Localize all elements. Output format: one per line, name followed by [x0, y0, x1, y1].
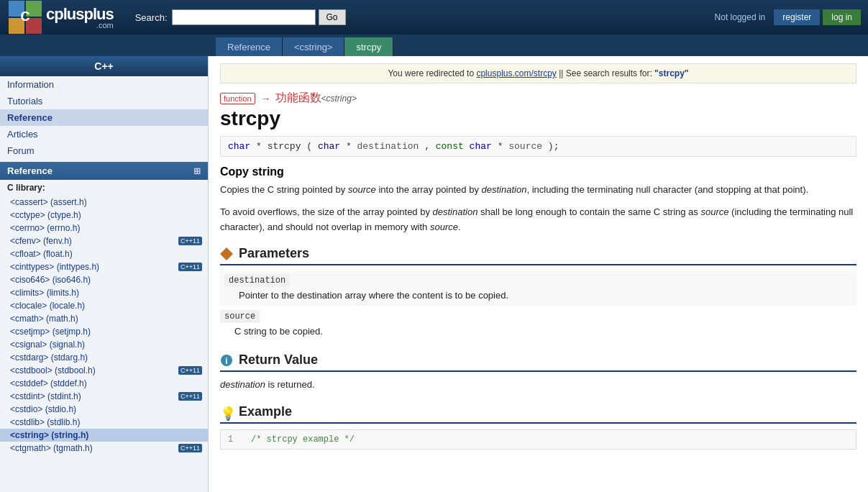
cstring-badge: <cstring> [321, 94, 357, 104]
svg-text:C: C [21, 9, 30, 24]
sidebar-lib-item[interactable]: <cctype> (ctype.h) [0, 209, 208, 222]
redirect-notice: You were redirected to cplusplus.com/str… [220, 63, 856, 83]
cpp11-badge: C++11 [178, 263, 202, 271]
search-input[interactable] [172, 9, 316, 25]
sidebar-lib-item[interactable]: <cstdio> (stdio.h) [0, 403, 208, 416]
code-comment-1: /* strcpy example */ [251, 434, 355, 445]
sidebar-lib-label: <cstdint> (stdint.h) [10, 391, 81, 401]
sidebar-lib-item[interactable]: <cerrno> (errno.h) [0, 222, 208, 234]
sidebar-lib-label: <ctgmath> (tgmath.h) [10, 443, 93, 453]
param-name-source: source [220, 310, 260, 323]
sidebar-lib-label: <cctype> (ctype.h) [10, 210, 81, 220]
svg-marker-5 [220, 247, 233, 260]
sidebar-lib-item[interactable]: <cstddef> (stddef.h) [0, 377, 208, 390]
sidebar-reference-header: Reference ⊞ [0, 162, 208, 180]
sidebar-nav-tutorials[interactable]: Tutorials [0, 93, 208, 109]
example-section-header: 💡 Example [220, 404, 856, 424]
sidebar-lib-item[interactable]: <clocale> (locale.h) [0, 299, 208, 312]
register-button[interactable]: register [774, 9, 820, 25]
sidebar-lib-item[interactable]: <climits> (limits.h) [0, 286, 208, 299]
sidebar-lib: C library: <cassert> (assert.h)<cctype> … [0, 180, 208, 455]
sidebar-lib-label: <csignal> (signal.h) [10, 340, 85, 350]
arrow-icon: → [261, 93, 271, 104]
sidebar-lib-item[interactable]: <cinttypes> (inttypes.h)C++11 [0, 260, 208, 273]
parameters-title: Parameters [239, 246, 309, 261]
go-button[interactable]: Go [319, 9, 346, 25]
sidebar-cpp-header: C++ [0, 56, 208, 76]
sidebar-lib-label: <cassert> (assert.h) [10, 197, 87, 207]
return-icon: i [220, 354, 233, 367]
param-name-destination: destination [224, 274, 290, 287]
nav-tab-reference[interactable]: Reference [216, 37, 283, 56]
params-area: destination Pointer to the destination a… [220, 271, 856, 341]
sidebar-lib-label: <cstdarg> (stdarg.h) [10, 352, 88, 363]
redirect-link[interactable]: cplusplus.com/strcpy [476, 68, 556, 78]
example-title: Example [239, 404, 292, 419]
redirect-text-before: You were redirected to [388, 68, 476, 78]
search-area: Search: Go [135, 9, 715, 25]
sidebar-lib-item[interactable]: <cstring> (string.h) [0, 429, 208, 442]
nav-tab-strcpy[interactable]: strcpy [344, 37, 393, 56]
sidebar-lib-label: <cinttypes> (inttypes.h) [10, 262, 99, 272]
return-text: destination is returned. [220, 378, 856, 393]
cpp11-badge: C++11 [178, 392, 202, 401]
expand-icon[interactable]: ⊞ [193, 166, 201, 176]
param-row-destination: destination Pointer to the destination a… [220, 271, 856, 306]
sidebar-lib-item[interactable]: <cstdbool> (stdbool.h)C++11 [0, 364, 208, 377]
sidebar-lib-item[interactable]: <cstdarg> (stdarg.h) [0, 351, 208, 364]
parameters-section-header: Parameters [220, 246, 856, 265]
main-layout: C++ InformationTutorialsReferenceArticle… [0, 56, 868, 492]
function-signature: char * strcpy ( char * destination , con… [220, 136, 856, 157]
not-logged-text: Not logged in [715, 12, 766, 22]
sidebar-lib-item[interactable]: <cstdlib> (stdlib.h) [0, 416, 208, 429]
sig-const: const [436, 141, 464, 152]
sig-close: ); [548, 141, 559, 152]
sidebar-lib-label: <cstdlib> (stdlib.h) [10, 417, 80, 427]
sig-comma: , [424, 141, 436, 152]
function-label-area: function → 功能函数 <cstring> [220, 91, 856, 106]
sidebar-nav-articles[interactable]: Articles [0, 126, 208, 142]
sidebar-nav-information[interactable]: Information [0, 76, 208, 93]
sidebar-lib-item[interactable]: <cfloat> (float.h) [0, 247, 208, 260]
sidebar-lib-item[interactable]: <cstdint> (stdint.h)C++11 [0, 390, 208, 403]
sidebar-lib-item[interactable]: <csignal> (signal.h) [0, 338, 208, 351]
sidebar-lib-item[interactable]: <ciso646> (iso646.h) [0, 273, 208, 286]
logo-area: C cplusplus .com [7, 0, 114, 35]
sidebar-lib-label: <cstdbool> (stdbool.h) [10, 365, 96, 375]
c-library-header: C library: [0, 180, 208, 196]
parameters-icon [220, 247, 233, 260]
sidebar-lib-item[interactable]: <cassert> (assert.h) [0, 196, 208, 209]
param-desc-destination: Pointer to the destination array where t… [224, 288, 852, 303]
sidebar-lib-label: <clocale> (locale.h) [10, 301, 85, 311]
search-label: Search: [135, 12, 168, 23]
function-name: strcpy [220, 107, 856, 130]
sig-dest: destination [357, 141, 419, 152]
login-button[interactable]: log in [823, 9, 861, 25]
description-2: To avoid overflows, the size of the arra… [220, 205, 856, 235]
sidebar-lib-item[interactable]: <ctgmath> (tgmath.h)C++11 [0, 442, 208, 455]
sig-open: ( [306, 141, 318, 152]
sidebar-nav: InformationTutorialsReferenceArticlesFor… [0, 76, 208, 159]
sidebar-lib-label: <cfloat> (float.h) [10, 249, 73, 259]
sidebar-lib-label: <cstring> (string.h) [10, 430, 88, 440]
sidebar-lib-label: <ciso646> (iso646.h) [10, 275, 91, 285]
return-title: Return Value [239, 352, 318, 368]
sidebar-lib-item[interactable]: <csetjmp> (setjmp.h) [0, 325, 208, 338]
sidebar: C++ InformationTutorialsReferenceArticle… [0, 56, 209, 492]
sig-star2: * [346, 141, 357, 152]
function-tag: function [220, 93, 255, 104]
logo-icon: C [7, 0, 43, 35]
auth-area: Not logged in register log in [715, 9, 861, 25]
sidebar-lib-item[interactable]: <cfenv> (fenv.h)C++11 [0, 234, 208, 247]
sig-char: char [228, 141, 250, 152]
redirect-search: "strcpy" [654, 68, 688, 78]
code-block: 1 /* strcpy example */ [220, 429, 856, 450]
sidebar-nav-reference[interactable]: Reference [0, 109, 208, 126]
sidebar-lib-label: <cmath> (math.h) [10, 314, 78, 324]
sig-funcname: strcpy [268, 141, 301, 152]
nav-tab-cstring[interactable]: <cstring> [283, 37, 344, 56]
sidebar-lib-item[interactable]: <cmath> (math.h) [0, 312, 208, 325]
sidebar-nav-forum[interactable]: Forum [0, 142, 208, 159]
sig-char2: char [318, 141, 340, 152]
sig-star3: * [498, 141, 509, 152]
